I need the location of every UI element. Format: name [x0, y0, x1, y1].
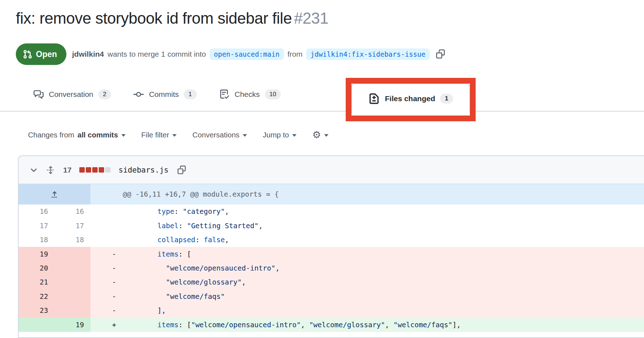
- old-line-number: 23: [19, 304, 55, 318]
- conversations-dropdown[interactable]: Conversations: [192, 131, 247, 139]
- jump-to-label: Jump to: [263, 131, 289, 139]
- changes-from-dropdown[interactable]: Changes from all commits: [28, 131, 126, 139]
- tab-conversation[interactable]: Conversation 2: [27, 82, 117, 107]
- code-line: - ],: [90, 304, 644, 318]
- tab-counter: 1: [184, 89, 196, 99]
- tab-label: Checks: [235, 90, 260, 99]
- chevron-down-icon: [172, 134, 177, 137]
- comment-discussion-icon: [33, 89, 44, 100]
- author-link[interactable]: jdwilkin4: [72, 50, 104, 58]
- code-line: + items: ["welcome/opensauced-intro", "w…: [90, 318, 644, 332]
- checklist-icon: [219, 89, 230, 100]
- diffstat-blocks: [79, 167, 111, 173]
- diff-row: 21- "welcome/glossary",: [19, 275, 644, 289]
- old-line-number: [19, 318, 55, 332]
- git-commit-icon: [133, 89, 144, 100]
- new-line-number: 16: [55, 205, 90, 219]
- diff-sign: -: [90, 306, 132, 315]
- page-title: fix: remove storybook id from sidebar fi…: [16, 9, 328, 27]
- tab-checks[interactable]: Checks 10: [213, 82, 288, 107]
- new-line-number: [55, 290, 90, 304]
- diff-sign: +: [90, 321, 132, 329]
- tab-label: Conversation: [49, 90, 93, 99]
- pr-number: #231: [294, 9, 328, 27]
- new-line-number: [55, 247, 90, 261]
- tab-files-changed[interactable]: Files changed 1: [351, 83, 470, 113]
- diff-sign: -: [90, 292, 132, 301]
- git-pull-request-icon: [23, 50, 32, 59]
- diff-row: 19- items: [: [19, 247, 644, 261]
- gear-icon: ⚙: [312, 130, 321, 140]
- hunk-header-text: @@ -16,11 +16,7 @@ module.exports = {: [90, 184, 644, 205]
- merge-sentence: jdwilkin4 wants to merge 1 commit into o…: [72, 48, 446, 60]
- diff-row: 19+ items: ["welcome/opensauced-intro", …: [19, 318, 644, 332]
- file-diff-icon: [368, 93, 380, 104]
- diff-row: 22- "welcome/faqs": [19, 290, 644, 304]
- code-line: - "welcome/glossary",: [90, 275, 644, 289]
- diffstat-deletion-block: [79, 167, 85, 173]
- chevron-down-icon: [324, 134, 328, 137]
- diffstat-deletion-block: [86, 167, 91, 173]
- pr-tab-bar: Conversation 2 Commits 1 Checks 10: [0, 77, 644, 112]
- code-line: label: "Getting Started",: [90, 219, 644, 233]
- old-line-number: 18: [19, 233, 55, 247]
- diff-row: 23- ],: [19, 304, 644, 318]
- changes-from-label: Changes from: [28, 131, 74, 139]
- new-line-number: 17: [55, 219, 90, 233]
- diff-row: 1717 label: "Getting Started",: [19, 219, 644, 233]
- code-line: - "welcome/faqs": [90, 290, 644, 304]
- chevron-down-icon: [29, 166, 38, 174]
- expand-up-icon: [50, 190, 59, 199]
- old-line-number: 16: [19, 205, 55, 219]
- tab-counter: 10: [265, 89, 281, 99]
- old-line-number: 20: [19, 261, 55, 275]
- diffstat-deletion-block: [99, 167, 104, 173]
- new-line-number: [55, 304, 90, 318]
- code-line: type: "category",: [90, 205, 644, 219]
- new-line-number: 19: [55, 318, 90, 332]
- collapse-file-button[interactable]: [29, 166, 38, 174]
- file-filter-dropdown[interactable]: File filter: [141, 131, 177, 139]
- jump-to-dropdown[interactable]: Jump to: [263, 131, 297, 139]
- base-branch-pill: open-sauced:main: [210, 48, 284, 60]
- drag-handle-icon[interactable]: [46, 165, 55, 175]
- copy-icon: [176, 165, 187, 175]
- tab-counter: 1: [440, 94, 453, 104]
- old-line-number: 22: [19, 290, 55, 304]
- chevron-down-icon: [121, 134, 126, 137]
- diff-row: 1818 collapsed: false,: [19, 233, 644, 247]
- copy-icon: [435, 48, 446, 60]
- diff-file-header: 17 sidebars.js: [19, 156, 644, 184]
- tab-label: Commits: [149, 90, 179, 99]
- diff-row: 20- "welcome/opensauced-intro",: [19, 261, 644, 275]
- copy-branch-button[interactable]: [435, 48, 446, 60]
- new-line-number: 18: [55, 233, 90, 247]
- hunk-header-row: @@ -16,11 +16,7 @@ module.exports = {: [19, 184, 644, 205]
- diff-file-panel: 17 sidebars.js @@ -16,11 +16,7 @@ module…: [18, 155, 644, 338]
- head-branch-pill: jdwilkin4:fix-sidebars-issue: [306, 48, 430, 60]
- tab-label: Files changed: [385, 94, 435, 103]
- file-name: sidebars.js: [118, 166, 168, 174]
- pr-meta-row: Open jdwilkin4 wants to merge 1 commit i…: [16, 43, 446, 65]
- new-line-number: [55, 261, 90, 275]
- changes-from-value: all commits: [78, 131, 118, 139]
- status-badge: Open: [16, 43, 66, 65]
- chevron-down-icon: [243, 134, 247, 137]
- diff-sign: -: [90, 264, 132, 272]
- code-line: - items: [: [90, 247, 644, 261]
- from-word: from: [288, 50, 303, 58]
- diffstat-deletion-block: [92, 167, 98, 173]
- diff-settings-dropdown[interactable]: ⚙: [312, 130, 328, 140]
- tab-commits[interactable]: Commits 1: [127, 82, 203, 107]
- copy-file-path-button[interactable]: [176, 165, 187, 175]
- hunk-gutter: [19, 184, 90, 205]
- new-line-number: [55, 275, 90, 289]
- old-line-number: 19: [19, 247, 55, 261]
- old-line-number: 21: [19, 275, 55, 289]
- merge-sentence-text: wants to merge 1 commit into: [107, 50, 206, 58]
- diff-sign: -: [90, 250, 132, 258]
- code-line: - "welcome/opensauced-intro",: [90, 261, 644, 275]
- conversations-label: Conversations: [192, 131, 239, 139]
- diff-row: 1616 type: "category",: [19, 205, 644, 219]
- expand-hunk-button[interactable]: [50, 190, 59, 199]
